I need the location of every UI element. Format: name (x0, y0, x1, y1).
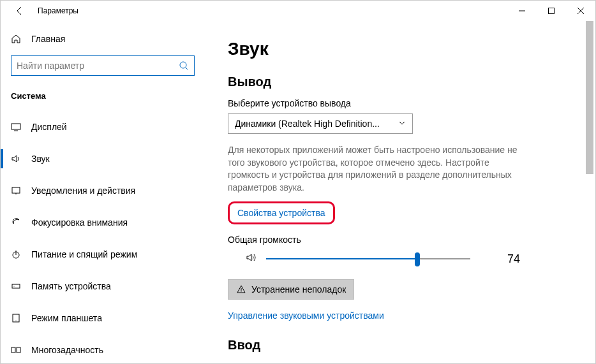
sidebar-item-multitasking[interactable]: Многозадачность (1, 334, 205, 363)
main-content: Звук Вывод Выберите устройство вывода Ди… (205, 21, 595, 363)
scrollbar[interactable] (585, 21, 595, 363)
tablet-icon (11, 313, 21, 323)
slider-fill (266, 258, 417, 259)
home-nav-item[interactable]: Главная (1, 27, 205, 50)
storage-icon (11, 281, 21, 291)
sidebar-item-label: Дисплей (31, 122, 67, 132)
input-heading: Ввод (228, 338, 572, 353)
dropdown-value: Динамики (Realtek High Definition... (235, 119, 380, 129)
warning-icon (236, 284, 246, 295)
window-controls (507, 1, 595, 21)
sidebar-item-label: Фокусировка внимания (31, 217, 128, 228)
sidebar-item-power[interactable]: Питание и спящий режим (1, 238, 205, 270)
scrollbar-thumb[interactable] (586, 21, 593, 174)
sidebar-item-display[interactable]: Дисплей (1, 111, 205, 143)
svg-rect-8 (12, 187, 20, 193)
svg-rect-16 (11, 347, 15, 353)
manage-devices-link[interactable]: Управление звуковыми устройствами (228, 310, 384, 321)
sidebar-item-notifications[interactable]: Уведомления и действия (1, 175, 205, 207)
sidebar: Главная Система Дисплей Звук Уведомления… (1, 21, 205, 363)
volume-control: 74 (228, 251, 572, 266)
svg-point-19 (241, 291, 242, 292)
sidebar-item-label: Уведомления и действия (31, 186, 135, 196)
svg-rect-12 (12, 284, 20, 288)
back-button[interactable] (11, 2, 29, 20)
home-label: Главная (31, 34, 65, 44)
sidebar-item-sound[interactable]: Звук (1, 143, 205, 175)
title-bar: Параметры (1, 1, 595, 21)
maximize-button[interactable] (537, 1, 566, 21)
slider-thumb[interactable] (415, 252, 420, 266)
power-icon (11, 249, 21, 259)
close-button[interactable] (566, 1, 595, 21)
chevron-down-icon (398, 118, 406, 129)
output-description: Для некоторых приложений может быть наст… (228, 144, 528, 194)
sidebar-item-label: Режим планшета (31, 313, 102, 323)
svg-rect-6 (11, 124, 20, 129)
sidebar-item-label: Многозадачность (31, 345, 103, 355)
search-icon (174, 61, 194, 71)
svg-point-4 (180, 62, 186, 68)
window-title: Параметры (38, 6, 78, 15)
multitasking-icon (11, 345, 21, 355)
minimize-button[interactable] (507, 1, 537, 21)
output-device-dropdown[interactable]: Динамики (Realtek High Definition... (228, 113, 413, 134)
sound-icon (11, 154, 21, 164)
output-device-label: Выберите устройство вывода (228, 98, 572, 108)
svg-rect-17 (17, 347, 20, 353)
volume-value: 74 (507, 252, 520, 266)
svg-point-15 (16, 321, 17, 321)
search-box[interactable] (11, 55, 195, 76)
sidebar-item-label: Звук (31, 154, 50, 164)
volume-label: Общая громкость (228, 235, 572, 245)
sidebar-item-label: Питание и спящий режим (31, 249, 137, 259)
troubleshoot-label: Устранение неполадок (251, 284, 346, 295)
notifications-icon (11, 186, 21, 196)
display-icon (11, 122, 21, 132)
highlight-annotation: Свойства устройства (228, 201, 335, 224)
svg-rect-1 (549, 8, 555, 14)
troubleshoot-button[interactable]: Устранение неполадок (228, 279, 354, 300)
svg-point-13 (14, 286, 15, 287)
sidebar-item-tablet[interactable]: Режим планшета (1, 302, 205, 334)
speaker-icon[interactable] (246, 252, 258, 266)
svg-line-5 (186, 68, 188, 69)
sidebar-item-focus[interactable]: Фокусировка внимания (1, 207, 205, 238)
search-input[interactable] (11, 61, 174, 71)
output-heading: Вывод (228, 75, 572, 89)
focus-icon (11, 217, 21, 228)
home-icon (11, 34, 21, 44)
sidebar-item-label: Память устройства (31, 281, 111, 291)
volume-slider[interactable] (266, 251, 470, 266)
sidebar-item-storage[interactable]: Память устройства (1, 270, 205, 302)
section-header: Система (1, 86, 205, 111)
device-properties-link[interactable]: Свойства устройства (237, 208, 325, 218)
page-title: Звук (228, 39, 572, 59)
